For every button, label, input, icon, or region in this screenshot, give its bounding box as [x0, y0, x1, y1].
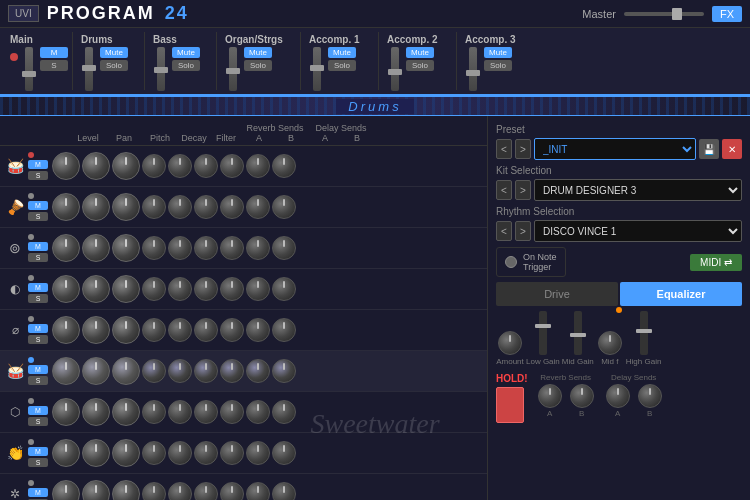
level-knob[interactable] [52, 275, 80, 303]
pitch-knob[interactable] [112, 152, 140, 180]
reverb-b-knob[interactable] [220, 400, 244, 424]
drum-mute-btn[interactable]: M [28, 447, 48, 456]
eq-amount-knob[interactable] [498, 331, 522, 355]
filter-knob[interactable] [168, 482, 192, 500]
decay-knob[interactable] [142, 236, 166, 260]
delay-a-knob[interactable] [246, 277, 270, 301]
drum-mute-btn[interactable]: M [28, 488, 48, 497]
decay-knob[interactable] [142, 277, 166, 301]
delay-a-knob[interactable] [246, 359, 270, 383]
pan-knob[interactable] [82, 316, 110, 344]
organ-fader[interactable] [229, 47, 237, 91]
pitch-knob[interactable] [112, 398, 140, 426]
eq-midf-knob[interactable] [598, 331, 622, 355]
reverb-b-knob[interactable] [220, 482, 244, 500]
delay-sends-b-knob[interactable] [638, 384, 662, 408]
filter-knob[interactable] [168, 359, 192, 383]
drum-mute-btn[interactable]: M [28, 365, 48, 374]
organ-mute-btn[interactable]: Mute [244, 47, 272, 58]
reverb-a-knob[interactable] [194, 318, 218, 342]
delay-b-knob[interactable] [272, 359, 296, 383]
delay-b-knob[interactable] [272, 441, 296, 465]
delay-b-knob[interactable] [272, 482, 296, 500]
pan-knob[interactable] [82, 357, 110, 385]
reverb-b-knob[interactable] [220, 236, 244, 260]
level-knob[interactable] [52, 480, 80, 500]
drum-solo-btn[interactable]: S [28, 335, 48, 344]
accomp2-solo-btn[interactable]: Solo [406, 60, 434, 71]
drums-mute-btn[interactable]: Mute [100, 47, 128, 58]
delay-a-knob[interactable] [246, 441, 270, 465]
filter-knob[interactable] [168, 441, 192, 465]
delay-b-knob[interactable] [272, 277, 296, 301]
decay-knob[interactable] [142, 482, 166, 500]
kit-dropdown[interactable]: DRUM DESIGNER 3 [534, 179, 742, 201]
bass-solo-btn[interactable]: Solo [172, 60, 200, 71]
accomp2-fader[interactable] [391, 47, 399, 91]
reverb-b-knob[interactable] [220, 195, 244, 219]
kit-next-btn[interactable]: > [515, 180, 531, 200]
equalizer-tab[interactable]: Equalizer [620, 282, 742, 306]
pitch-knob[interactable] [112, 234, 140, 262]
reverb-a-knob[interactable] [194, 195, 218, 219]
accomp3-mute-btn[interactable]: Mute [484, 47, 512, 58]
reverb-a-knob[interactable] [194, 400, 218, 424]
accomp1-mute-btn[interactable]: Mute [328, 47, 356, 58]
pitch-knob[interactable] [112, 193, 140, 221]
delay-a-knob[interactable] [246, 318, 270, 342]
pitch-knob[interactable] [112, 357, 140, 385]
reverb-a-knob[interactable] [194, 441, 218, 465]
level-knob[interactable] [52, 357, 80, 385]
drum-mute-btn[interactable]: M [28, 160, 48, 169]
hold-button[interactable] [496, 387, 524, 423]
delay-b-knob[interactable] [272, 400, 296, 424]
bass-mute-btn[interactable]: Mute [172, 47, 200, 58]
reverb-a-knob[interactable] [194, 359, 218, 383]
drive-tab[interactable]: Drive [496, 282, 618, 306]
reverb-a-knob[interactable] [194, 154, 218, 178]
pan-knob[interactable] [82, 234, 110, 262]
delay-b-knob[interactable] [272, 154, 296, 178]
main-mute-btn[interactable]: M [40, 47, 68, 58]
delay-a-knob[interactable] [246, 236, 270, 260]
delay-a-knob[interactable] [246, 154, 270, 178]
pan-knob[interactable] [82, 193, 110, 221]
fx-button[interactable]: FX [712, 6, 742, 22]
drum-solo-btn[interactable]: S [28, 294, 48, 303]
level-knob[interactable] [52, 234, 80, 262]
reverb-b-knob[interactable] [220, 154, 244, 178]
delay-b-knob[interactable] [272, 236, 296, 260]
delay-a-knob[interactable] [246, 400, 270, 424]
drum-solo-btn[interactable]: S [28, 417, 48, 426]
filter-knob[interactable] [168, 154, 192, 178]
pan-knob[interactable] [82, 152, 110, 180]
drum-mute-btn[interactable]: M [28, 324, 48, 333]
decay-knob[interactable] [142, 441, 166, 465]
rhythm-dropdown[interactable]: DISCO VINCE 1 [534, 220, 742, 242]
drum-solo-btn[interactable]: S [28, 376, 48, 385]
rhythm-prev-btn[interactable]: < [496, 221, 512, 241]
decay-knob[interactable] [142, 154, 166, 178]
reverb-a-knob[interactable] [194, 482, 218, 500]
pan-knob[interactable] [82, 398, 110, 426]
accomp3-solo-btn[interactable]: Solo [484, 60, 512, 71]
accomp3-fader[interactable] [469, 47, 477, 91]
level-knob[interactable] [52, 152, 80, 180]
reverb-sends-b-knob[interactable] [570, 384, 594, 408]
drums-solo-btn[interactable]: Solo [100, 60, 128, 71]
delay-sends-a-knob[interactable] [606, 384, 630, 408]
delay-b-knob[interactable] [272, 318, 296, 342]
accomp2-mute-btn[interactable]: Mute [406, 47, 434, 58]
level-knob[interactable] [52, 439, 80, 467]
drum-mute-btn[interactable]: M [28, 283, 48, 292]
drum-mute-btn[interactable]: M [28, 406, 48, 415]
drum-solo-btn[interactable]: S [28, 171, 48, 180]
level-knob[interactable] [52, 398, 80, 426]
master-slider[interactable] [624, 12, 704, 16]
drum-mute-btn[interactable]: M [28, 201, 48, 210]
drum-mute-btn[interactable]: M [28, 242, 48, 251]
reverb-b-knob[interactable] [220, 277, 244, 301]
filter-knob[interactable] [168, 195, 192, 219]
pitch-knob[interactable] [112, 316, 140, 344]
drum-solo-btn[interactable]: S [28, 212, 48, 221]
